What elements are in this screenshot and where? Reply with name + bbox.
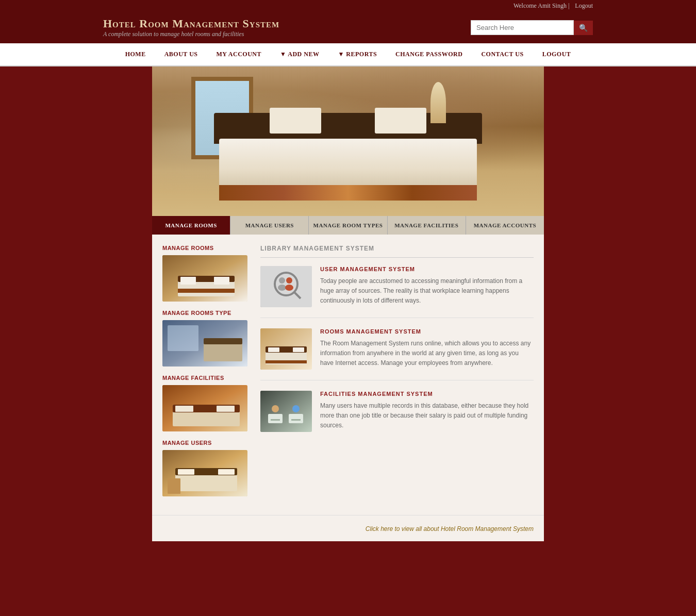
- tab-manage-rooms[interactable]: MANAGE ROOMS: [152, 216, 230, 235]
- users-icon-illustration: [260, 266, 312, 307]
- sidebar: MANAGE ROOMS: [162, 245, 250, 505]
- content-main-title: LIBRARY MANAGEMENT SYSTEM: [260, 245, 534, 258]
- search-button[interactable]: 🔍: [574, 21, 593, 35]
- svg-rect-18: [178, 469, 194, 475]
- svg-rect-7: [168, 325, 198, 351]
- welcome-text: Welcome Amit Singh: [513, 2, 567, 9]
- room-illustration-4: [162, 450, 247, 496]
- hero-image: [152, 66, 544, 216]
- nav-home[interactable]: HOME: [116, 43, 155, 65]
- sidebar-manage-users: MANAGE USERS: [162, 440, 250, 496]
- separator: |: [568, 2, 571, 9]
- facilities-icon-illustration: [260, 391, 312, 432]
- hero-bed-stripe: [219, 185, 477, 201]
- svg-point-39: [292, 405, 300, 412]
- content-title-user-mgmt: USER MANAGEMENT SYSTEM: [320, 266, 534, 272]
- svg-rect-13: [175, 406, 193, 412]
- brand: Hotel Room Management System A complete …: [103, 17, 279, 38]
- main-content: LIBRARY MANAGEMENT SYSTEM: [260, 245, 534, 505]
- room-illustration-2: [162, 320, 247, 367]
- svg-point-36: [272, 405, 279, 412]
- svg-rect-35: [268, 414, 283, 423]
- sidebar-manage-rooms: MANAGE ROOMS: [162, 245, 250, 302]
- content-area: MANAGE ROOMS: [152, 235, 544, 515]
- svg-point-27: [285, 285, 293, 291]
- svg-point-25: [278, 285, 286, 291]
- nav-reports[interactable]: ▼ REPORTS: [328, 43, 386, 65]
- content-desc-user-mgmt: Today people are accustomed to accessing…: [320, 276, 534, 306]
- content-item-rooms-mgmt: ROOMS MANAGEMENT SYSTEM The Room Managem…: [260, 328, 534, 380]
- sidebar-image-users[interactable]: [162, 450, 247, 496]
- svg-rect-38: [289, 414, 303, 423]
- nav-addnew[interactable]: ▼ ADD NEW: [271, 43, 328, 65]
- nav-about[interactable]: ABOUT US: [155, 43, 207, 65]
- content-item-user-mgmt: USER MANAGEMENT SYSTEM Today people are …: [260, 266, 534, 318]
- sidebar-manage-room-types: MANAGE ROOMS TYPE: [162, 310, 250, 367]
- svg-rect-5: [214, 277, 229, 285]
- content-desc-rooms-mgmt: The Room Management System runs online, …: [320, 339, 534, 369]
- svg-rect-20: [168, 478, 180, 494]
- nav-changepwd[interactable]: CHANGE PASSWORD: [386, 43, 472, 65]
- content-img-facilities: [260, 391, 312, 432]
- svg-rect-3: [178, 289, 235, 293]
- content-desc-facilities-mgmt: Many users have multiple records in this…: [320, 401, 534, 431]
- nav-account[interactable]: MY ACCOUNT: [207, 43, 271, 65]
- room-illustration-1: [162, 255, 247, 302]
- search-input[interactable]: [471, 20, 574, 35]
- svg-rect-4: [180, 277, 196, 285]
- svg-rect-19: [218, 469, 235, 475]
- svg-rect-32: [293, 347, 304, 352]
- sidebar-image-facilities[interactable]: [162, 385, 247, 431]
- hero-pillow-left: [270, 108, 321, 134]
- svg-point-24: [279, 277, 285, 284]
- nav-logout[interactable]: LOGOUT: [533, 43, 581, 65]
- room-illustration-3: [162, 385, 247, 431]
- site-subtitle: A complete solution to manage hotel room…: [103, 30, 279, 38]
- rooms-icon-illustration: [260, 328, 312, 370]
- content-title-facilities-mgmt: FACILITIES MANAGEMENT SYSTEM: [320, 391, 534, 397]
- svg-rect-33: [266, 360, 307, 363]
- sidebar-title-users: MANAGE USERS: [162, 440, 250, 446]
- hero-pillow-right: [375, 108, 426, 134]
- svg-point-26: [286, 277, 292, 284]
- svg-rect-9: [204, 338, 242, 344]
- tab-manage-accounts[interactable]: MANAGE ACCOUNTS: [466, 216, 544, 235]
- hero-lamp: [430, 82, 446, 123]
- top-logout-link[interactable]: Logout: [575, 2, 593, 9]
- sidebar-title-rooms: MANAGE ROOMS: [162, 245, 250, 251]
- footer-link[interactable]: Click here to view all about Hotel Room …: [366, 525, 534, 532]
- site-title: Hotel Room Management System: [103, 17, 279, 30]
- tab-manage-users[interactable]: MANAGE USERS: [230, 216, 309, 235]
- content-text-user-mgmt: USER MANAGEMENT SYSTEM Today people are …: [320, 266, 534, 307]
- footer-area: Click here to view all about Hotel Room …: [152, 515, 544, 541]
- svg-rect-37: [271, 419, 280, 421]
- content-item-facilities-mgmt: FACILITIES MANAGEMENT SYSTEM Many users …: [260, 391, 534, 442]
- sidebar-manage-facilities: MANAGE FACILITIES: [162, 375, 250, 431]
- tab-manage-room-types[interactable]: MANAGE ROOM TYPES: [309, 216, 387, 235]
- content-title-rooms-mgmt: ROOMS MANAGEMENT SYSTEM: [320, 328, 534, 335]
- nav-contact[interactable]: CONTACT US: [472, 43, 533, 65]
- sidebar-title-facilities: MANAGE FACILITIES: [162, 375, 250, 381]
- content-text-rooms-mgmt: ROOMS MANAGEMENT SYSTEM The Room Managem…: [320, 328, 534, 370]
- svg-rect-34: [260, 391, 312, 432]
- tab-manage-facilities[interactable]: MANAGE FACILITIES: [388, 216, 466, 235]
- content-img-rooms: [260, 328, 312, 370]
- svg-rect-40: [291, 419, 301, 421]
- hero-tabs: MANAGE ROOMS MANAGE USERS MANAGE ROOM TY…: [152, 216, 544, 235]
- sidebar-title-room-types: MANAGE ROOMS TYPE: [162, 310, 250, 316]
- search-area: 🔍: [471, 20, 593, 35]
- svg-rect-14: [217, 406, 235, 412]
- content-img-users: [260, 266, 312, 307]
- sidebar-image-room-types[interactable]: [162, 320, 247, 367]
- svg-rect-31: [268, 347, 279, 352]
- content-text-facilities-mgmt: FACILITIES MANAGEMENT SYSTEM Many users …: [320, 391, 534, 432]
- sidebar-image-rooms[interactable]: [162, 255, 247, 302]
- main-nav: HOME ABOUT US MY ACCOUNT ▼ ADD NEW ▼ REP…: [0, 43, 696, 66]
